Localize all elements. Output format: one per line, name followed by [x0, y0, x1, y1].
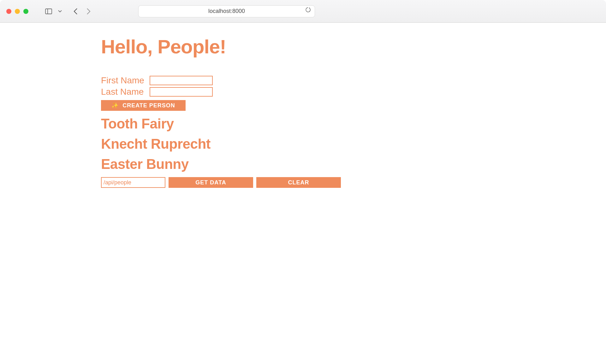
api-controls: GET DATA CLEAR	[101, 177, 606, 188]
window-controls	[6, 9, 28, 14]
last-name-row: Last Name	[101, 87, 606, 97]
address-text: localhost:8000	[208, 8, 245, 15]
last-name-input[interactable]	[150, 87, 213, 97]
clear-button[interactable]: CLEAR	[256, 177, 341, 188]
page-title: Hello, People!	[101, 35, 606, 58]
first-name-input[interactable]	[150, 76, 213, 85]
close-window-button[interactable]	[6, 9, 11, 14]
address-bar[interactable]: localhost:8000	[138, 5, 315, 17]
page-content: Hello, People! First Name Last Name ✨ CR…	[0, 23, 606, 188]
chevron-down-icon[interactable]	[56, 7, 64, 16]
person-item: Tooth Fairy	[101, 116, 606, 132]
svg-rect-0	[45, 9, 52, 14]
create-person-button[interactable]: ✨ CREATE PERSON	[101, 100, 186, 111]
sparkle-icon: ✨	[111, 102, 119, 109]
sidebar-toggle-icon[interactable]	[44, 7, 53, 16]
back-button[interactable]	[73, 8, 78, 15]
api-endpoint-input[interactable]	[101, 177, 165, 188]
first-name-label: First Name	[101, 75, 150, 86]
last-name-label: Last Name	[101, 87, 150, 97]
reload-icon[interactable]	[305, 7, 311, 15]
forward-button[interactable]	[86, 8, 91, 15]
maximize-window-button[interactable]	[23, 9, 28, 14]
minimize-window-button[interactable]	[15, 9, 20, 14]
first-name-row: First Name	[101, 75, 606, 86]
person-item: Easter Bunny	[101, 156, 606, 172]
create-button-label: CREATE PERSON	[122, 102, 175, 109]
person-item: Knecht Ruprecht	[101, 136, 606, 152]
get-data-button[interactable]: GET DATA	[169, 177, 253, 188]
people-list: Tooth Fairy Knecht Ruprecht Easter Bunny	[101, 116, 606, 172]
browser-toolbar: localhost:8000	[0, 0, 606, 23]
